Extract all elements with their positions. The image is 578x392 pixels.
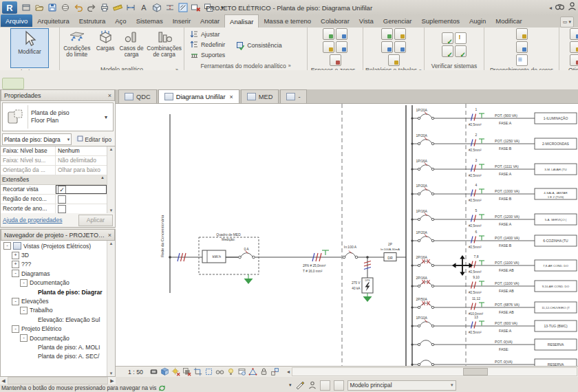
type-selector-dropdown-icon[interactable]: ▾	[105, 114, 113, 120]
close-icon[interactable]: ×	[230, 94, 233, 100]
utility-feed[interactable]: Rede da Concessionária	[160, 114, 239, 293]
tree-item[interactable]: -Documentação	[1, 279, 107, 287]
apply-button[interactable]: Aplicar	[78, 215, 113, 226]
tab-sistemas[interactable]: Sistemas	[131, 14, 168, 27]
space-naming-icon[interactable]	[336, 28, 347, 40]
area-icon[interactable]	[330, 54, 341, 66]
tree-item[interactable]: Planta de piso: A. SEC/	[1, 352, 107, 361]
window-icon[interactable]	[20, 2, 32, 14]
circuit-row[interactable]: 2P/16A9,10#2,5mm²POT.:(1100 VA)FASE:AB9,…	[411, 275, 577, 294]
project-browser-title-bar[interactable]: Navegador de projeto - PROJETO EL... ×	[1, 229, 115, 241]
crop-region-icon[interactable]	[204, 367, 213, 376]
scroll-down-icon[interactable]: ▼	[109, 371, 114, 375]
duct-legend-icon[interactable]	[516, 28, 528, 40]
tree-item[interactable]: Elevação: Elevação Sul	[1, 315, 107, 324]
revit-logo[interactable]: R	[2, 1, 17, 14]
tab-modificar[interactable]: Modificar	[491, 14, 527, 27]
pipe-legend-icon[interactable]	[516, 41, 528, 53]
search-binoculars-icon[interactable]	[555, 1, 565, 14]
view-scale[interactable]: 1 : 50	[128, 369, 143, 375]
check-circuits-icon[interactable]	[455, 45, 467, 57]
tab-gerenciar[interactable]: Gerenciar	[378, 14, 417, 27]
scroll-up-icon[interactable]: ▲	[109, 147, 114, 151]
tab-vista[interactable]: Vista	[354, 14, 378, 27]
insight-icon[interactable]	[570, 41, 578, 53]
tab-analisar[interactable]: Analisar	[224, 14, 259, 28]
design-option-selector[interactable]: Modelo principal▾	[347, 380, 456, 391]
load-combinations-button[interactable]: Combinações de carga	[146, 28, 182, 65]
property-value[interactable]: Olhar para baixo	[56, 166, 107, 175]
circuit-row[interactable]: 1P/16A3#2,5mm²POT.:(1111 VA)FASE:A3-M. L…	[411, 158, 577, 177]
boundary-conditions-button[interactable]: Condições do limite	[61, 28, 92, 65]
tree-item[interactable]: -Diagramas	[1, 269, 107, 278]
tree-scrollbar[interactable]: ▲▼	[107, 241, 115, 376]
surge-protector[interactable]: DPS 275 V 40 kA	[352, 257, 373, 302]
close-hidden-windows-icon[interactable]	[190, 2, 202, 14]
circuit-row[interactable]: 1P/20A4#2,5mm²POT.:(1300 VA)FASE:B4-SALA…	[411, 183, 577, 202]
collapse-icon[interactable]: -	[12, 270, 19, 277]
worksets-icon[interactable]	[308, 381, 317, 389]
pipe-pressure-loss-icon[interactable]	[381, 41, 393, 53]
section-icon[interactable]	[164, 2, 175, 14]
modify-button[interactable]: Modificar	[10, 28, 49, 68]
tab-suplementos[interactable]: Suplementos	[416, 14, 464, 27]
3d-view-icon[interactable]	[151, 2, 162, 14]
tab-estrutura[interactable]: Estrutura	[74, 14, 111, 27]
analytical-model-icon[interactable]	[248, 367, 257, 376]
drawing-area[interactable]: Rede da Concessionária Quadro de MED Med…	[116, 104, 578, 366]
tree-item[interactable]: -Vistas (Projetos Elétricos)	[1, 241, 107, 250]
circuit-row[interactable]: 2P/50A11,12#10,0mm²POT.:(6876 VA)FASE:AB…	[411, 296, 577, 316]
circuit-row[interactable]: 1P/10A13#2,5mm²POT.:(600 VA)FASE:A13-TUG…	[411, 315, 577, 334]
text-icon[interactable]: A	[138, 2, 149, 14]
workset-display-button[interactable]	[320, 380, 330, 391]
scroll-left-icon[interactable]: ◂	[287, 369, 290, 375]
circuit-row[interactable]: POT.:0(VA)FASE:RESERVA	[411, 359, 577, 366]
dimension-icon[interactable]	[125, 2, 136, 14]
collapse-icon[interactable]: -	[20, 279, 28, 287]
editable-only-icon[interactable]	[295, 381, 305, 389]
circuit-row[interactable]: POT.:0(VA)FASE:RESERVA	[411, 339, 577, 351]
close-icon[interactable]: ×	[108, 232, 111, 239]
switch-windows-icon[interactable]	[203, 2, 215, 14]
schedule-quantities-icon[interactable]	[388, 54, 400, 66]
tree-item[interactable]: Planta de piso: Diagrar	[1, 287, 107, 296]
reset-button[interactable]: Redefinir	[190, 40, 225, 49]
residual-current-device[interactable]: 2P In:100A-30mA DR	[381, 243, 406, 261]
temporary-view-icon[interactable]	[237, 367, 246, 376]
circuit-row[interactable]: 1P/20A6#2,5mm²POT.:(1400 VA)FASE:B6-COZI…	[411, 230, 577, 249]
check-pipe-systems-icon[interactable]	[442, 45, 453, 57]
property-row[interactable]: Orientação da ...Olhar para baixo	[1, 166, 107, 175]
feeder-conductors[interactable]: 2FN # 25,0mm² T # 16,0 mm²	[303, 250, 329, 273]
checkbox[interactable]	[58, 195, 66, 204]
tab-augin[interactable]: Augin	[464, 14, 491, 27]
show-disconnects-icon[interactable]	[455, 32, 467, 44]
panel-schedule-icon[interactable]	[394, 41, 406, 53]
scrollbar-thumb[interactable]	[463, 368, 488, 375]
scrollbar-track[interactable]	[8, 377, 108, 384]
supports-button[interactable]: Suportes	[190, 50, 225, 59]
tree-item[interactable]: -Projeto Elétrico	[1, 325, 107, 334]
properties-scrollbar[interactable]: ▲▼	[107, 146, 115, 213]
expand-icon[interactable]: +	[12, 261, 19, 268]
collapse-arrow-icon[interactable]: ◂	[549, 5, 552, 11]
sun-path-icon[interactable]	[171, 367, 180, 376]
browser-horizontal-scrollbar[interactable]: ◀ ▶	[0, 377, 116, 384]
undo-icon[interactable]	[72, 2, 84, 14]
detail-level-icon[interactable]	[149, 367, 158, 376]
edit-type-button[interactable]: Editar tipo	[73, 133, 114, 145]
tab-anotar[interactable]: Anotar	[195, 14, 224, 27]
space-tag-icon[interactable]	[336, 41, 347, 53]
property-value[interactable]: Não delimitado	[56, 156, 107, 165]
property-row[interactable]: Região de reco...	[1, 195, 107, 204]
expand-icon[interactable]: +	[12, 252, 19, 259]
ribbon-display-toggle[interactable]: ▭▾	[560, 17, 574, 28]
tree-item[interactable]: -Documentação	[1, 334, 107, 342]
crop-view-icon[interactable]	[193, 367, 202, 376]
print-icon[interactable]	[98, 2, 110, 14]
circuit-row[interactable]: 1P/16A5#2,5mm²POT.:(1200 VA)FASE:A5-A. S…	[411, 208, 577, 228]
loads-button[interactable]: Cargas	[94, 28, 116, 65]
view-tab-med[interactable]: MED	[241, 89, 279, 103]
tab-massa-e-terreno[interactable]: Massa e terreno	[259, 14, 316, 27]
tab-a-o[interactable]: Aço	[110, 14, 131, 27]
shadows-icon[interactable]	[182, 367, 191, 376]
